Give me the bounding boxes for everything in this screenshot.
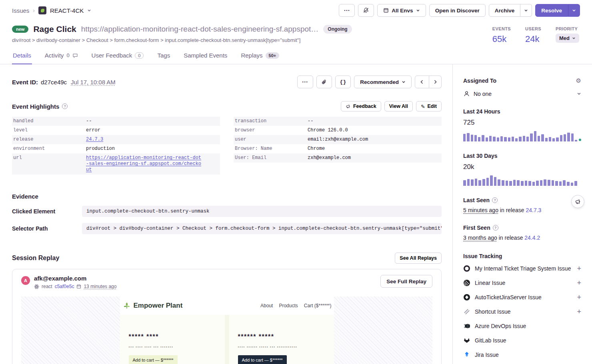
replays-count: 50+ (266, 52, 280, 59)
resolve-dropdown-button[interactable] (568, 4, 580, 17)
events-count[interactable]: 65k (492, 34, 511, 44)
more-actions-button[interactable]: ⋯ (339, 4, 355, 17)
first-seen-value: 3 months ago in release 24.4.2 (463, 235, 581, 241)
breadcrumb-issues-link[interactable]: Issues (12, 7, 29, 14)
archive-dropdown-button[interactable] (520, 4, 532, 17)
view-all-button[interactable]: View All (384, 101, 413, 111)
highlight-key: release (13, 137, 86, 143)
activity-count: 0 (66, 52, 69, 58)
spark-bar (517, 180, 520, 186)
replay-user-email[interactable]: afk@example.com (34, 275, 116, 282)
see-all-replays-button[interactable]: See All Replays (395, 253, 442, 264)
issue-tracking-item[interactable]: AutoTicketJiraServer Issue+ (463, 290, 581, 304)
replay-time-ago[interactable]: 13 minutes ago (84, 284, 116, 289)
floating-feedback-button[interactable] (571, 195, 584, 208)
assigned-to-title: Assigned To (463, 78, 496, 84)
highlight-row: handled-- (12, 117, 220, 126)
issue-id-chevron-down-icon[interactable] (87, 8, 91, 12)
top-bar: Issues › REACT-4CK ⋯ All Envs Ope (0, 0, 592, 21)
previous-event-button[interactable] (415, 76, 429, 88)
issue-short-id[interactable]: REACT-4CK (50, 7, 84, 14)
spark-bar (567, 133, 570, 141)
add-issue-button[interactable]: + (577, 265, 581, 273)
add-issue-button[interactable]: + (577, 308, 581, 316)
highlight-value-link[interactable]: https://application-monitoring-react-dot… (86, 155, 216, 173)
chevron-down-icon (572, 8, 576, 12)
bell-slash-icon (363, 7, 369, 14)
priority-select[interactable]: Med (556, 34, 579, 43)
replayed-site: Empower Plant About Products Cart ($****… (120, 296, 334, 364)
issue-tracking-item[interactable]: My Internal Ticket Triage System Issue+ (463, 261, 581, 276)
issue-header: new Rage Click https://application-monit… (0, 21, 592, 44)
spark-bar (467, 179, 470, 186)
event-id-value: d27ce49c (41, 79, 67, 86)
json-button[interactable]: {} (335, 76, 351, 88)
spark-bar (556, 137, 558, 141)
help-icon[interactable]: ? (492, 197, 498, 203)
attachments-button[interactable] (316, 76, 332, 88)
resolve-button[interactable]: Resolve (535, 4, 568, 17)
tab-user-feedback[interactable]: User Feedback 0 (91, 48, 145, 64)
tab-details[interactable]: Details (12, 48, 32, 64)
spark-bar (530, 133, 532, 141)
first-seen-release-link[interactable]: 24.4.2 (524, 235, 540, 241)
issue-tracking-item[interactable]: Azure DevOps Issue (463, 319, 581, 333)
archive-button[interactable]: Archive (489, 4, 521, 17)
event-more-button[interactable]: ⋯ (297, 76, 313, 88)
next-event-button[interactable] (429, 76, 442, 88)
chevron-down-icon (572, 36, 576, 40)
feedback-button[interactable]: Feedback (341, 101, 381, 111)
last-seen-ago[interactable]: 5 minutes ago (463, 207, 498, 213)
add-issue-button[interactable]: + (577, 279, 581, 287)
issue-tracking-item[interactable]: GitLab Issue (463, 333, 581, 348)
notifications-mute-button[interactable] (358, 4, 374, 17)
issue-title-url: https://application-monitoring-react-dot… (81, 25, 319, 34)
tab-replays[interactable]: Replays 50+ (240, 48, 280, 64)
megaphone-icon (575, 199, 581, 205)
replay-id-link[interactable]: c5af0e5c (55, 284, 74, 289)
new-badge: new (12, 26, 28, 33)
tab-sampled-events[interactable]: Sampled Events (183, 48, 228, 64)
gitlab-icon (463, 337, 470, 344)
first-seen-ago[interactable]: 3 months ago (463, 235, 497, 241)
highlight-key: user (235, 137, 308, 143)
highlight-row: release24.7.3 (12, 135, 220, 144)
product-description: *** **** **** *** ******* (129, 346, 216, 349)
issue-tracking-item[interactable]: Jira Issue (463, 348, 581, 362)
last-seen-release-link[interactable]: 24.7.3 (526, 207, 541, 213)
last-seen-value: 5 minutes ago in release 24.7.3 (463, 207, 581, 213)
spark-bar (500, 136, 503, 141)
spark-bar (489, 136, 492, 141)
tab-activity[interactable]: Activity 0 (44, 48, 79, 64)
highlight-row: useremail:zxh@example.com (234, 135, 442, 144)
issue-tracking-item[interactable]: Shortcut Issue+ (463, 304, 581, 319)
add-to-cart-button: Add to cart — $****** (129, 355, 178, 364)
highlight-value-link[interactable]: 24.7.3 (86, 137, 216, 143)
see-full-replay-button[interactable]: See Full Replay (380, 275, 432, 288)
recommended-label: Recommended (360, 79, 399, 85)
replay-viewport[interactable]: Empower Plant About Products Cart ($****… (21, 296, 432, 364)
main-column: Event ID: d27ce49c Jul 17, 10:08 AM ⋯ {}… (0, 64, 452, 364)
issue-tabs: Details Activity 0 User Feedback 0 Tags … (0, 48, 592, 64)
environment-select[interactable]: All Envs (377, 4, 426, 17)
spark-bar (532, 182, 535, 186)
users-count[interactable]: 24k (525, 34, 541, 44)
highlight-row: Browser: NameChrome (234, 144, 442, 153)
spark-bar (549, 137, 551, 141)
edit-highlights-button[interactable]: ✎ Edit (416, 101, 442, 111)
assignee-select[interactable]: No one (463, 90, 581, 97)
shortcut-icon (463, 308, 470, 315)
react-icon (34, 284, 39, 289)
issue-tracking-label: Linear Issue (475, 280, 505, 286)
add-issue-button[interactable]: + (577, 293, 581, 302)
help-icon[interactable]: ? (62, 103, 68, 109)
open-in-discover-button[interactable]: Open in Discover (429, 4, 486, 17)
tab-tags[interactable]: Tags (156, 48, 171, 64)
help-icon[interactable]: ? (493, 225, 498, 231)
project-icon (38, 6, 46, 14)
event-timestamp[interactable]: Jul 17, 10:08 AM (71, 79, 116, 86)
recommended-select[interactable]: Recommended (354, 76, 412, 88)
site-nav-about: About (260, 303, 273, 308)
issue-tracking-item[interactable]: Linear Issue+ (463, 276, 581, 290)
gear-icon[interactable]: ⚙ (576, 77, 581, 84)
